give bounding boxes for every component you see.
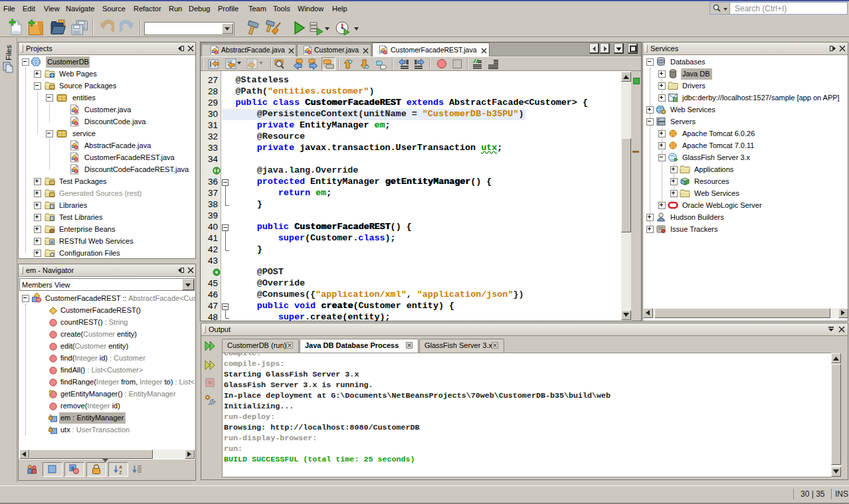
svg-text:R: R bbox=[50, 240, 53, 245]
svg-text:Files: Files bbox=[5, 44, 13, 60]
svg-text:A: A bbox=[119, 465, 122, 469]
svg-text:Z: Z bbox=[119, 470, 122, 475]
